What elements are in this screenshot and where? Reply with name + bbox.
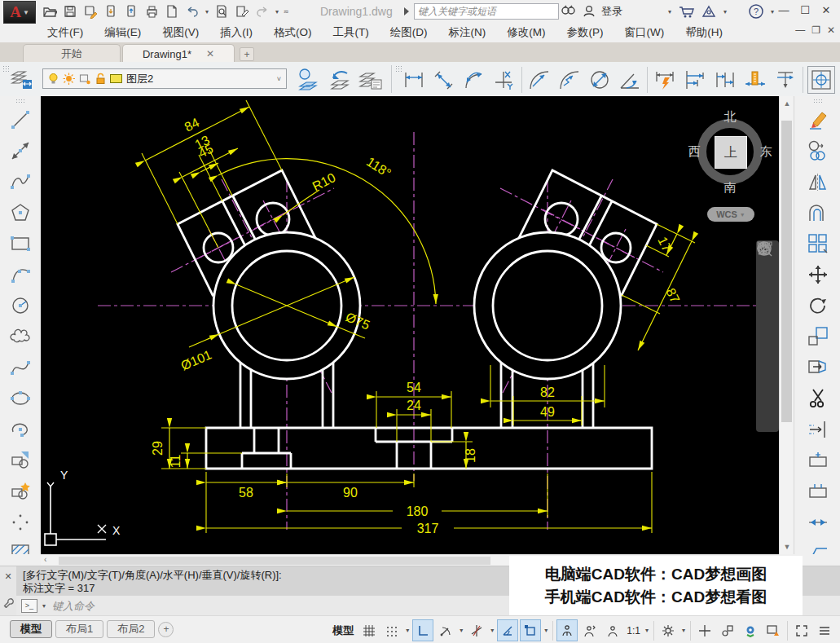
dim-continue-button[interactable] xyxy=(712,67,738,93)
menu-file[interactable]: 文件(F) xyxy=(47,25,83,40)
line-tool[interactable] xyxy=(5,104,36,135)
scroll-left-icon[interactable]: ‹ xyxy=(44,555,46,564)
menu-help[interactable]: 帮助(H) xyxy=(685,25,723,40)
layer-color-swatch[interactable] xyxy=(110,74,122,83)
preview-button[interactable] xyxy=(213,2,231,20)
scroll-up-icon[interactable]: ▲ xyxy=(780,99,794,108)
rectangle-tool[interactable] xyxy=(5,228,36,259)
stretch-tool[interactable] xyxy=(803,352,833,383)
hatch-tool[interactable] xyxy=(5,538,36,554)
revision-cloud-tool[interactable] xyxy=(5,321,36,352)
customization-menu-icon[interactable] xyxy=(814,619,835,641)
search-expand-icon[interactable] xyxy=(404,7,409,15)
menu-format[interactable]: 格式(O) xyxy=(274,25,312,40)
polyline-tool[interactable] xyxy=(5,166,36,197)
vertical-scroll-thumb[interactable] xyxy=(781,121,792,422)
viewcube-top-face[interactable]: 上 xyxy=(715,136,747,169)
customize-qat-dropdown[interactable]: ≂ xyxy=(283,8,289,15)
viewcube-east[interactable]: 东 xyxy=(760,144,772,160)
annotation-all-scales-toggle[interactable] xyxy=(602,619,623,641)
rotate-tool[interactable] xyxy=(803,290,833,321)
doc-minimize-button[interactable]: — xyxy=(795,24,805,36)
redo-dropdown[interactable]: ▾ xyxy=(274,8,280,15)
offset-tool[interactable] xyxy=(803,197,833,228)
layer-vp-freeze-icon[interactable] xyxy=(79,73,91,85)
tab-start[interactable]: 开始 xyxy=(23,44,121,63)
menu-dimension[interactable]: 标注(N) xyxy=(449,25,486,40)
mirror-tool[interactable] xyxy=(803,166,833,197)
menu-edit[interactable]: 编辑(E) xyxy=(104,25,141,40)
ellipse-tool[interactable] xyxy=(5,383,36,414)
vertical-scrollbar[interactable]: ▲ ▼ xyxy=(779,96,794,554)
drawing-canvas[interactable]: 84 45 13 R10 118° Ø101 Ø75 17 87 82 49 5… xyxy=(41,96,779,554)
maximize-button[interactable]: ☐ xyxy=(794,0,816,20)
tab-close-icon[interactable]: ✕ xyxy=(206,48,214,59)
snap-dropdown[interactable]: ▾ xyxy=(404,627,411,634)
layer-properties-button[interactable] xyxy=(8,66,36,92)
account-dropdown[interactable]: ▾ xyxy=(666,8,673,15)
annotation-autoscale-toggle[interactable] xyxy=(579,619,600,641)
doc-restore-button[interactable]: ❐ xyxy=(811,24,820,36)
point-tool[interactable] xyxy=(5,507,36,538)
workspace-switch-icon[interactable] xyxy=(740,619,761,641)
dim-aligned-button[interactable] xyxy=(431,67,457,93)
search-input[interactable] xyxy=(415,4,558,19)
dim-jogged-button[interactable] xyxy=(556,67,583,93)
command-close-icon[interactable]: ✕ xyxy=(0,566,16,582)
model-space-toggle[interactable]: 模型 xyxy=(329,623,357,638)
help-icon[interactable]: ? xyxy=(748,3,764,20)
trim-tool[interactable] xyxy=(803,383,833,414)
tab-layout1[interactable]: 布局1 xyxy=(55,620,103,638)
layer-previous-button[interactable] xyxy=(326,66,354,92)
array-tool[interactable] xyxy=(803,228,833,259)
menu-view[interactable]: 视图(V) xyxy=(162,25,199,40)
copy-tool[interactable] xyxy=(803,135,833,166)
scale-tool[interactable] xyxy=(803,321,833,352)
move-tool[interactable] xyxy=(803,259,833,290)
showmotion-icon[interactable] xyxy=(756,240,772,255)
join-tool[interactable] xyxy=(803,507,833,538)
draw-toolbar-grip[interactable] xyxy=(15,99,25,103)
crosshair-toggle[interactable] xyxy=(694,619,715,641)
new-layout-button[interactable]: + xyxy=(158,622,174,637)
menu-tools[interactable]: 工具(T) xyxy=(333,25,369,40)
annotation-scale-dropdown[interactable]: ▾ xyxy=(644,627,650,634)
command-tools-wrench-icon[interactable] xyxy=(2,597,14,608)
dim-diameter-button[interactable] xyxy=(587,67,613,93)
isometric-toggle[interactable] xyxy=(466,619,487,641)
menu-draw[interactable]: 绘图(D) xyxy=(390,25,428,40)
ortho-toggle[interactable] xyxy=(412,619,433,641)
menu-parametric[interactable]: 参数(P) xyxy=(567,25,604,40)
polar-dropdown[interactable]: ▾ xyxy=(458,627,464,634)
viewcube-north[interactable]: 北 xyxy=(724,109,737,125)
app-store-cart-icon[interactable] xyxy=(678,4,696,19)
menu-window[interactable]: 窗口(W) xyxy=(625,25,665,40)
dim-tolerance-button[interactable] xyxy=(742,67,768,93)
open-button[interactable] xyxy=(41,2,59,20)
wcs-selector[interactable]: WCS ▼ xyxy=(707,207,754,222)
layer-dropdown[interactable]: 图层2 ˅ xyxy=(42,68,287,89)
viewcube[interactable]: 北 西 东 南 上 xyxy=(689,108,771,197)
annotation-visibility-toggle[interactable] xyxy=(556,619,578,641)
dim-angular-button[interactable] xyxy=(526,67,552,93)
layer-dropdown-chevron-icon[interactable]: ˅ xyxy=(277,75,281,83)
dim-ordinate-button[interactable] xyxy=(491,67,517,93)
isometric-dropdown[interactable]: ▾ xyxy=(489,627,495,634)
redo-button[interactable] xyxy=(253,2,271,20)
collaborate-dropdown[interactable]: ▾ xyxy=(722,8,728,15)
markup-button[interactable] xyxy=(233,2,251,20)
user-icon[interactable] xyxy=(582,4,596,19)
layer-on-bulb-icon[interactable] xyxy=(48,73,59,85)
menu-insert[interactable]: 插入(I) xyxy=(220,25,253,40)
make-layer-current-button[interactable] xyxy=(295,66,323,92)
undo-dropdown[interactable]: ▾ xyxy=(204,8,210,15)
export-mobile-button[interactable] xyxy=(102,2,120,20)
viewcube-west[interactable]: 西 xyxy=(688,144,701,160)
save-button[interactable] xyxy=(61,2,79,20)
fullscreen-toggle[interactable] xyxy=(791,619,812,641)
layer-unlock-icon[interactable] xyxy=(95,73,106,85)
chamfer-tool[interactable] xyxy=(803,538,833,554)
collaborate-icon[interactable] xyxy=(701,4,717,19)
minimize-button[interactable]: — xyxy=(773,0,794,20)
insert-block-tool[interactable] xyxy=(5,445,36,476)
